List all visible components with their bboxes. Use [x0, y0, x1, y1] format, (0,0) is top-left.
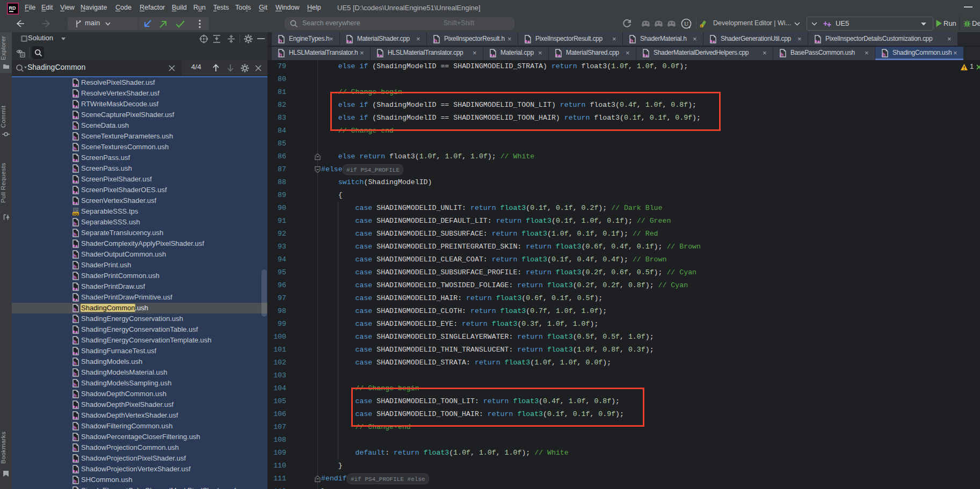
svg-text:.h: .h [72, 167, 77, 173]
svg-text:.h: .h [72, 425, 77, 430]
svg-text:U: U [684, 20, 688, 27]
svg-text:.h: .h [881, 52, 885, 57]
svg-text:.h: .h [629, 38, 633, 43]
svg-text:.h: .h [72, 264, 77, 269]
svg-text:.h: .h [779, 52, 783, 57]
svg-text:.h: .h [72, 145, 77, 151]
svg-text:.h: .h [72, 371, 77, 377]
svg-text:.h: .h [72, 360, 77, 366]
svg-text:.h: .h [278, 52, 282, 57]
svg-text:.h: .h [72, 231, 77, 237]
svg-text:6: 6 [701, 25, 702, 28]
svg-text:.h: .h [72, 382, 77, 388]
svg-text:.h: .h [72, 135, 77, 141]
svg-text:.h: .h [72, 435, 77, 441]
svg-text:.h: .h [72, 253, 77, 259]
svg-text:.h: .h [433, 38, 437, 43]
svg-text:RD: RD [9, 5, 16, 11]
svg-text:SQL: SQL [73, 213, 79, 216]
svg-text:.h: .h [72, 317, 77, 323]
svg-text:.h: .h [72, 392, 77, 398]
svg-text:.h: .h [278, 38, 282, 43]
svg-text:.h: .h [72, 124, 77, 130]
svg-text:.h: .h [72, 478, 77, 484]
svg-text:.h: .h [72, 274, 77, 280]
svg-text:.h: .h [72, 221, 77, 227]
svg-text:.h: .h [72, 446, 77, 452]
svg-text:.h: .h [72, 306, 77, 312]
svg-text:.h: .h [72, 339, 77, 345]
